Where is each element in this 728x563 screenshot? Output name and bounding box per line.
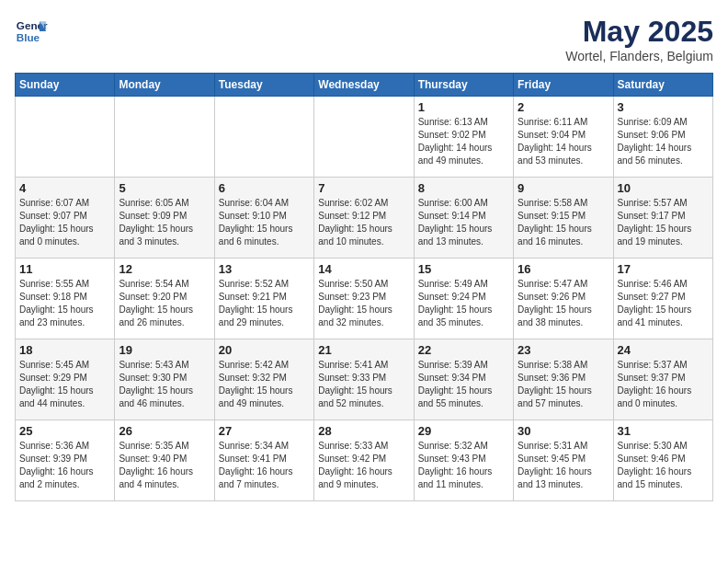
- day-number: 10: [618, 181, 709, 195]
- day-info: Sunrise: 5:35 AMSunset: 9:40 PMDaylight:…: [119, 440, 210, 491]
- day-cell: [16, 97, 115, 178]
- day-cell: 7Sunrise: 6:02 AMSunset: 9:12 PMDaylight…: [314, 178, 414, 259]
- day-cell: 18Sunrise: 5:45 AMSunset: 9:29 PMDayligh…: [16, 339, 115, 420]
- day-cell: 28Sunrise: 5:33 AMSunset: 9:42 PMDayligh…: [314, 420, 414, 501]
- day-info: Sunrise: 6:07 AMSunset: 9:07 PMDaylight:…: [19, 197, 110, 248]
- day-info: Sunrise: 5:34 AMSunset: 9:41 PMDaylight:…: [219, 440, 310, 491]
- day-info: Sunrise: 5:32 AMSunset: 9:43 PMDaylight:…: [418, 440, 509, 491]
- day-info: Sunrise: 6:04 AMSunset: 9:10 PMDaylight:…: [219, 197, 310, 248]
- day-number: 27: [219, 424, 310, 438]
- day-info: Sunrise: 5:41 AMSunset: 9:33 PMDaylight:…: [318, 359, 409, 410]
- day-cell: 23Sunrise: 5:38 AMSunset: 9:36 PMDayligh…: [514, 339, 613, 420]
- day-cell: 4Sunrise: 6:07 AMSunset: 9:07 PMDaylight…: [16, 178, 115, 259]
- day-number: 6: [219, 181, 310, 195]
- svg-text:Blue: Blue: [17, 31, 40, 43]
- day-number: 22: [418, 343, 509, 357]
- day-info: Sunrise: 5:54 AMSunset: 9:20 PMDaylight:…: [119, 278, 210, 329]
- day-info: Sunrise: 6:00 AMSunset: 9:14 PMDaylight:…: [418, 197, 509, 248]
- header-row: SundayMondayTuesdayWednesdayThursdayFrid…: [16, 74, 713, 97]
- day-number: 15: [418, 262, 509, 276]
- day-number: 14: [318, 262, 409, 276]
- day-number: 12: [119, 262, 210, 276]
- week-row-3: 11Sunrise: 5:55 AMSunset: 9:18 PMDayligh…: [16, 259, 713, 339]
- day-info: Sunrise: 6:11 AMSunset: 9:04 PMDaylight:…: [518, 116, 609, 167]
- day-info: Sunrise: 5:31 AMSunset: 9:45 PMDaylight:…: [518, 440, 609, 491]
- day-cell: 14Sunrise: 5:50 AMSunset: 9:23 PMDayligh…: [314, 259, 414, 339]
- day-cell: 2Sunrise: 6:11 AMSunset: 9:04 PMDaylight…: [514, 97, 613, 178]
- day-info: Sunrise: 5:47 AMSunset: 9:26 PMDaylight:…: [518, 278, 609, 329]
- day-cell: [214, 97, 313, 178]
- day-cell: 24Sunrise: 5:37 AMSunset: 9:37 PMDayligh…: [613, 339, 712, 420]
- day-number: 30: [518, 424, 609, 438]
- logo-icon: General Blue: [15, 15, 48, 48]
- day-cell: 6Sunrise: 6:04 AMSunset: 9:10 PMDaylight…: [214, 178, 313, 259]
- day-number: 17: [618, 262, 709, 276]
- day-info: Sunrise: 5:37 AMSunset: 9:37 PMDaylight:…: [618, 359, 709, 410]
- day-info: Sunrise: 5:33 AMSunset: 9:42 PMDaylight:…: [318, 440, 409, 491]
- day-cell: 9Sunrise: 5:58 AMSunset: 9:15 PMDaylight…: [514, 178, 613, 259]
- header-sunday: Sunday: [16, 74, 115, 97]
- day-number: 29: [418, 424, 509, 438]
- day-number: 23: [518, 343, 609, 357]
- day-cell: 26Sunrise: 5:35 AMSunset: 9:40 PMDayligh…: [115, 420, 214, 501]
- day-number: 28: [318, 424, 409, 438]
- day-cell: 1Sunrise: 6:13 AMSunset: 9:02 PMDaylight…: [414, 97, 513, 178]
- day-number: 9: [518, 181, 609, 195]
- day-cell: 31Sunrise: 5:30 AMSunset: 9:46 PMDayligh…: [613, 420, 712, 501]
- header-monday: Monday: [115, 74, 214, 97]
- day-cell: 13Sunrise: 5:52 AMSunset: 9:21 PMDayligh…: [214, 259, 313, 339]
- header-tuesday: Tuesday: [214, 74, 313, 97]
- header-saturday: Saturday: [613, 74, 712, 97]
- day-info: Sunrise: 5:30 AMSunset: 9:46 PMDaylight:…: [618, 440, 709, 491]
- day-cell: 22Sunrise: 5:39 AMSunset: 9:34 PMDayligh…: [414, 339, 513, 420]
- day-cell: 27Sunrise: 5:34 AMSunset: 9:41 PMDayligh…: [214, 420, 313, 501]
- day-number: 1: [418, 100, 509, 114]
- day-cell: 12Sunrise: 5:54 AMSunset: 9:20 PMDayligh…: [115, 259, 214, 339]
- day-number: 3: [618, 100, 709, 114]
- day-info: Sunrise: 6:02 AMSunset: 9:12 PMDaylight:…: [318, 197, 409, 248]
- day-cell: 25Sunrise: 5:36 AMSunset: 9:39 PMDayligh…: [16, 420, 115, 501]
- week-row-4: 18Sunrise: 5:45 AMSunset: 9:29 PMDayligh…: [16, 339, 713, 420]
- calendar-table: SundayMondayTuesdayWednesdayThursdayFrid…: [15, 73, 713, 501]
- day-cell: 21Sunrise: 5:41 AMSunset: 9:33 PMDayligh…: [314, 339, 414, 420]
- day-info: Sunrise: 5:58 AMSunset: 9:15 PMDaylight:…: [518, 197, 609, 248]
- day-number: 26: [119, 424, 210, 438]
- month-title: May 2025: [565, 15, 713, 49]
- day-info: Sunrise: 5:57 AMSunset: 9:17 PMDaylight:…: [618, 197, 709, 248]
- day-number: 16: [518, 262, 609, 276]
- day-number: 13: [219, 262, 310, 276]
- day-number: 11: [19, 262, 110, 276]
- day-number: 20: [219, 343, 310, 357]
- day-cell: 15Sunrise: 5:49 AMSunset: 9:24 PMDayligh…: [414, 259, 513, 339]
- day-info: Sunrise: 5:50 AMSunset: 9:23 PMDaylight:…: [318, 278, 409, 329]
- day-info: Sunrise: 5:39 AMSunset: 9:34 PMDaylight:…: [418, 359, 509, 410]
- day-info: Sunrise: 5:46 AMSunset: 9:27 PMDaylight:…: [618, 278, 709, 329]
- day-number: 18: [19, 343, 110, 357]
- day-cell: [314, 97, 414, 178]
- logo: General Blue: [15, 15, 48, 48]
- day-number: 2: [518, 100, 609, 114]
- week-row-5: 25Sunrise: 5:36 AMSunset: 9:39 PMDayligh…: [16, 420, 713, 501]
- week-row-2: 4Sunrise: 6:07 AMSunset: 9:07 PMDaylight…: [16, 178, 713, 259]
- day-number: 19: [119, 343, 210, 357]
- day-info: Sunrise: 5:38 AMSunset: 9:36 PMDaylight:…: [518, 359, 609, 410]
- day-info: Sunrise: 6:09 AMSunset: 9:06 PMDaylight:…: [618, 116, 709, 167]
- day-cell: 11Sunrise: 5:55 AMSunset: 9:18 PMDayligh…: [16, 259, 115, 339]
- day-info: Sunrise: 5:43 AMSunset: 9:30 PMDaylight:…: [119, 359, 210, 410]
- day-info: Sunrise: 5:42 AMSunset: 9:32 PMDaylight:…: [219, 359, 310, 410]
- day-number: 21: [318, 343, 409, 357]
- day-info: Sunrise: 5:55 AMSunset: 9:18 PMDaylight:…: [19, 278, 110, 329]
- day-number: 5: [119, 181, 210, 195]
- day-cell: 10Sunrise: 5:57 AMSunset: 9:17 PMDayligh…: [613, 178, 712, 259]
- day-number: 31: [618, 424, 709, 438]
- calendar-body: 1Sunrise: 6:13 AMSunset: 9:02 PMDaylight…: [16, 97, 713, 501]
- day-cell: 5Sunrise: 6:05 AMSunset: 9:09 PMDaylight…: [115, 178, 214, 259]
- day-number: 4: [19, 181, 110, 195]
- header-friday: Friday: [514, 74, 613, 97]
- day-number: 24: [618, 343, 709, 357]
- day-cell: 20Sunrise: 5:42 AMSunset: 9:32 PMDayligh…: [214, 339, 313, 420]
- day-info: Sunrise: 6:13 AMSunset: 9:02 PMDaylight:…: [418, 116, 509, 167]
- day-info: Sunrise: 5:52 AMSunset: 9:21 PMDaylight:…: [219, 278, 310, 329]
- day-number: 8: [418, 181, 509, 195]
- day-cell: 30Sunrise: 5:31 AMSunset: 9:45 PMDayligh…: [514, 420, 613, 501]
